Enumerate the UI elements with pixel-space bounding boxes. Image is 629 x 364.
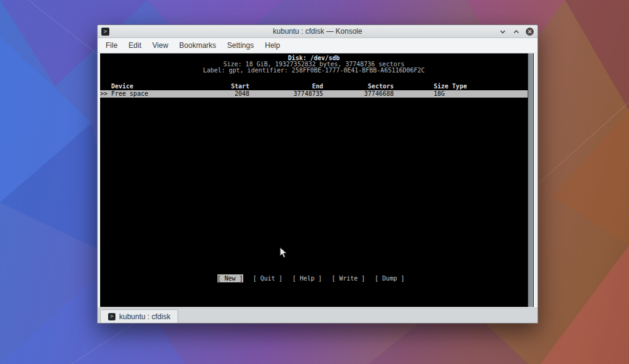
menu-help[interactable]: Help bbox=[259, 39, 286, 52]
row-selector-marker: >> bbox=[100, 90, 111, 98]
konsole-terminal-icon: > bbox=[108, 313, 115, 320]
header-device: Device bbox=[111, 83, 168, 90]
cfdisk-label-line: Label: gpt, identifier: 258FF0BE-1777-0E… bbox=[100, 68, 528, 74]
row-sectors: 37746688 bbox=[323, 90, 394, 98]
header-start: Start bbox=[168, 83, 249, 90]
cfdisk-button-new[interactable]: [ New ] bbox=[217, 274, 243, 282]
tab-label: kubuntu : cfdisk bbox=[119, 312, 170, 321]
mouse-pointer-cursor bbox=[279, 247, 287, 258]
menu-edit[interactable]: Edit bbox=[123, 39, 147, 52]
header-end: End bbox=[249, 83, 323, 90]
row-device: Free space bbox=[111, 90, 168, 98]
window-controls bbox=[499, 28, 534, 36]
close-button[interactable] bbox=[526, 28, 534, 36]
row-end: 37748735 bbox=[249, 90, 323, 98]
row-size: 18G bbox=[394, 90, 528, 98]
scrollbar-handle[interactable] bbox=[528, 53, 533, 307]
chevron-down-icon bbox=[499, 28, 506, 35]
terminal-scrollbar[interactable] bbox=[528, 53, 534, 307]
close-icon bbox=[528, 29, 532, 34]
menu-bookmarks[interactable]: Bookmarks bbox=[174, 39, 222, 52]
header-sectors: Sectors bbox=[323, 83, 394, 90]
menu-view[interactable]: View bbox=[147, 39, 174, 52]
row-start: 2048 bbox=[168, 90, 249, 98]
cfdisk-button-write[interactable]: [ Write ] bbox=[332, 274, 365, 282]
tab-kubuntu-cfdisk[interactable]: > kubuntu : cfdisk bbox=[100, 309, 178, 323]
titlebar[interactable]: > kubuntu : cfdisk — Konsole bbox=[98, 25, 537, 38]
tab-bar: > kubuntu : cfdisk bbox=[98, 308, 537, 323]
window-title: kubuntu : cfdisk — Konsole bbox=[98, 27, 537, 36]
cfdisk-button-help[interactable]: [ Help ] bbox=[292, 274, 322, 282]
header-size-type: Size Type bbox=[394, 83, 528, 90]
menu-bar: File Edit View Bookmarks Settings Help bbox=[98, 38, 537, 53]
menu-settings[interactable]: Settings bbox=[222, 39, 259, 52]
maximize-button[interactable] bbox=[512, 28, 520, 36]
konsole-terminal-icon: > bbox=[101, 28, 109, 36]
partition-row-free-space[interactable]: >> Free space 2048 37748735 37746688 18G bbox=[100, 90, 528, 98]
cfdisk-button-quit[interactable]: [ Quit ] bbox=[253, 274, 283, 282]
konsole-window: > kubuntu : cfdisk — Konsole File Edit bbox=[97, 25, 538, 323]
minimize-button[interactable] bbox=[499, 28, 507, 36]
cfdisk-button-dump[interactable]: [ Dump ] bbox=[375, 274, 404, 282]
menu-file[interactable]: File bbox=[100, 39, 123, 52]
chevron-up-icon bbox=[513, 28, 520, 35]
terminal-area: Disk: /dev/sdb Size: 18 GiB, 19327352832… bbox=[100, 53, 534, 307]
terminal-screen[interactable]: Disk: /dev/sdb Size: 18 GiB, 19327352832… bbox=[100, 53, 528, 307]
partition-table-header: Device Start End Sectors Size Type bbox=[100, 83, 528, 90]
cfdisk-button-row: [ New ] [ Quit ] [ Help ] [ Write ] [ Du… bbox=[100, 274, 522, 282]
